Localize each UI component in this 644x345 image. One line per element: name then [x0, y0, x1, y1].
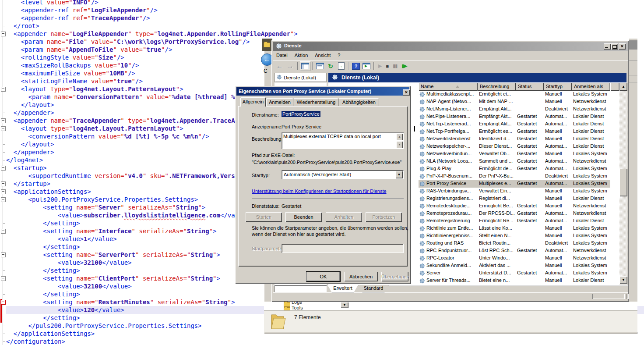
fold-collapse-icon[interactable]: [1, 118, 6, 123]
fold-collapse-icon-changed[interactable]: [1, 300, 6, 305]
start-service-icon[interactable]: ▶: [376, 63, 384, 69]
service-row[interactable]: Sekundäre Anmeld...Aktiviert das ...Manu…: [419, 262, 619, 270]
service-row[interactable]: Net.Tcp-Portfreiga...Ermöglicht es...Ges…: [419, 128, 619, 135]
menu-item-ansicht[interactable]: Ansicht: [311, 51, 334, 58]
editor-fold-gutter[interactable]: [0, 0, 6, 345]
service-row[interactable]: Richtlinienergebniss...Stellt einen N...…: [419, 232, 619, 240]
uebernehmen-button[interactable]: Übernehmen: [381, 272, 408, 281]
fold-collapse-icon[interactable]: [1, 126, 6, 131]
code-line[interactable]: <appender-ref ref="TraceAppender"/>: [6, 14, 644, 22]
scroll-up-icon[interactable]: ▲: [619, 83, 627, 91]
help-icon[interactable]: ?: [351, 61, 361, 71]
dienstname-value[interactable]: PortProxyService: [282, 111, 320, 117]
fold-collapse-icon[interactable]: [1, 87, 6, 92]
explorer-file-list[interactable]: [264, 302, 637, 310]
menu-item-datei[interactable]: Datei: [273, 51, 291, 58]
scroll-down-icon[interactable]: ▼: [396, 141, 403, 148]
menu-item-?[interactable]: ?: [334, 51, 344, 58]
service-row[interactable]: Remoteprozedurau...Der RPCSS-Di...Gestar…: [419, 210, 619, 217]
service-row[interactable]: Net.Pipe-Listenera...Empfängt Akt...Gest…: [419, 113, 619, 121]
service-row[interactable]: NLA (Network Loca...Sammelt und ...Gesta…: [419, 158, 619, 165]
service-row[interactable]: Multimediaklassenpl...Ermöglicht ei...Ma…: [419, 91, 619, 98]
tab-erweitert[interactable]: Erweitert: [327, 285, 358, 292]
service-row[interactable]: RAS-Verbindungsv...Verwaltet Ein...Manue…: [419, 188, 619, 195]
dropdown-arrow-icon[interactable]: ▼: [341, 302, 348, 308]
startoptions-help-link[interactable]: Unterstützung beim Konfigurieren der Sta…: [252, 189, 387, 194]
service-row-selected[interactable]: Port Proxy ServiceMultiplexes e...Gestar…: [419, 180, 610, 188]
code-line[interactable]: <level value="INFO"/>: [6, 0, 644, 6]
fold-collapse-icon[interactable]: [1, 276, 6, 281]
tab-anmelden[interactable]: Anmelden: [266, 98, 293, 106]
code-line[interactable]: <appender name="LogFileAppender" type="l…: [6, 30, 644, 38]
properties-icon[interactable]: [315, 61, 325, 71]
tab-wiederherstellung[interactable]: Wiederherstellung: [294, 98, 338, 106]
service-row[interactable]: NAP-Agent (Netwo...Mit dem NAP-...Manuel…: [419, 98, 619, 106]
pause-service-icon[interactable]: ▮▮: [391, 63, 399, 69]
service-row[interactable]: Netzwerkverbindun...Verwaltet Ob...Gesta…: [419, 150, 619, 158]
fold-collapse-icon[interactable]: [1, 181, 6, 186]
service-row[interactable]: Netzwerkspeicher-...Dieser Dienst...Gest…: [419, 143, 619, 150]
service-row[interactable]: Remotedesktopdie...Ermöglicht Be...Gesta…: [419, 203, 619, 210]
scroll-down-icon[interactable]: ▼: [619, 276, 627, 284]
column-header-name[interactable]: Name: [419, 83, 478, 91]
ok-button[interactable]: OK: [306, 272, 340, 281]
service-row[interactable]: RPC-LocatorUnter Windo...ManuellNetzwerk…: [419, 255, 619, 262]
code-line[interactable]: </configuration>: [6, 338, 644, 345]
fold-collapse-icon[interactable]: [1, 197, 6, 202]
tab-abhaengigkeiten[interactable]: Abhängigkeiten: [339, 98, 379, 106]
close-button[interactable]: ×: [619, 43, 626, 50]
fold-collapse-icon[interactable]: [1, 229, 6, 234]
services-titlebar[interactable]: Dienste ×: [273, 42, 628, 51]
column-header-starttyp[interactable]: Starttyp: [544, 83, 572, 91]
show-console-tree-icon[interactable]: [300, 61, 310, 71]
service-row[interactable]: Registrierungsdiens...Registriert di...M…: [419, 195, 619, 203]
back-icon[interactable]: ←: [274, 62, 285, 70]
service-row[interactable]: ServerUnterstützt D...GestartetAutomat..…: [419, 270, 619, 277]
service-row[interactable]: NetzwerklistendienstIdentifiziert d...Ge…: [419, 135, 619, 143]
code-line[interactable]: <appender-ref ref="LogFileAppender"/>: [6, 6, 644, 14]
service-row[interactable]: RemoteregistrierungErmöglicht Re...Gesta…: [419, 217, 619, 225]
fold-collapse-icon[interactable]: [1, 166, 6, 171]
tab-allgemein[interactable]: Allgemein: [240, 97, 266, 107]
column-header-status[interactable]: Status: [516, 83, 544, 91]
dialog-titlebar[interactable]: Eigenschaften von Port Proxy Service (Lo…: [236, 87, 409, 96]
service-row[interactable]: Plug & PlayErmöglicht de...GestartetAuto…: [419, 165, 619, 173]
tab-standard[interactable]: Standard: [358, 285, 389, 292]
export-list-icon[interactable]: [336, 61, 346, 71]
abbrechen-button[interactable]: Abbrechen: [344, 272, 378, 281]
extended-view-icon[interactable]: [361, 61, 372, 71]
beschreibung-textbox[interactable]: Multiplexes external TCP/IP data on loca…: [282, 132, 404, 149]
service-row[interactable]: PnP-X-IP-Busenum...Der PnP-X-Bu...Deakti…: [419, 173, 619, 180]
service-row[interactable]: Net.Tcp-Listenerad...Empfängt Akt...Gest…: [419, 121, 619, 128]
starttyp-select[interactable]: Automatisch (Verzögerter Start) ▼: [282, 170, 404, 179]
forward-icon[interactable]: →: [285, 62, 296, 70]
refresh-icon[interactable]: ↻: [325, 61, 336, 71]
fold-collapse-icon[interactable]: [1, 32, 6, 36]
code-line[interactable]: </root>: [6, 22, 644, 30]
chevron-down-icon[interactable]: ▼: [395, 171, 403, 178]
menu-item-aktion[interactable]: Aktion: [291, 51, 312, 58]
console-tree-item-dienste-lokal[interactable]: Dienste (Lokal): [274, 73, 327, 82]
column-header-beschreibung[interactable]: Beschreibung: [478, 83, 516, 91]
minimize-button[interactable]: [604, 43, 611, 50]
anhalten-button[interactable]: Anhalten: [326, 212, 362, 222]
restart-service-icon[interactable]: ▮▶: [399, 63, 409, 69]
fold-collapse-icon[interactable]: [1, 253, 6, 257]
fold-collapse-icon[interactable]: [1, 189, 6, 194]
service-row[interactable]: Richtlinie zum Entfe...Lässt eine Ko...M…: [419, 225, 619, 232]
service-row[interactable]: Net.Msmq-Listener...Empfängt Akt...Deakt…: [419, 106, 619, 113]
folder-item-tools[interactable]: Tools: [292, 305, 303, 310]
beenden-button[interactable]: Beenden: [285, 212, 322, 222]
column-header-anmeldenals[interactable]: Anmelden als: [572, 83, 610, 91]
close-icon[interactable]: ×: [403, 89, 410, 96]
service-row[interactable]: RPC-Endpunktzuor...Löst RPC-Sch...Gestar…: [419, 247, 619, 255]
stop-service-icon[interactable]: ■: [384, 64, 391, 69]
scrollbar-thumb[interactable]: [619, 169, 627, 196]
starten-button[interactable]: Starten: [246, 212, 282, 222]
service-row[interactable]: Routing und RASBietet Routin...Deaktivie…: [419, 240, 619, 247]
scroll-up-icon[interactable]: ▲: [396, 133, 403, 140]
fortsetzen-button[interactable]: Fortsetzen: [366, 212, 402, 222]
startparameter-input[interactable]: [282, 244, 404, 253]
maximize-button[interactable]: [611, 43, 618, 50]
service-row[interactable]: Server für Threads...Bietet eine n...Man…: [419, 277, 619, 285]
